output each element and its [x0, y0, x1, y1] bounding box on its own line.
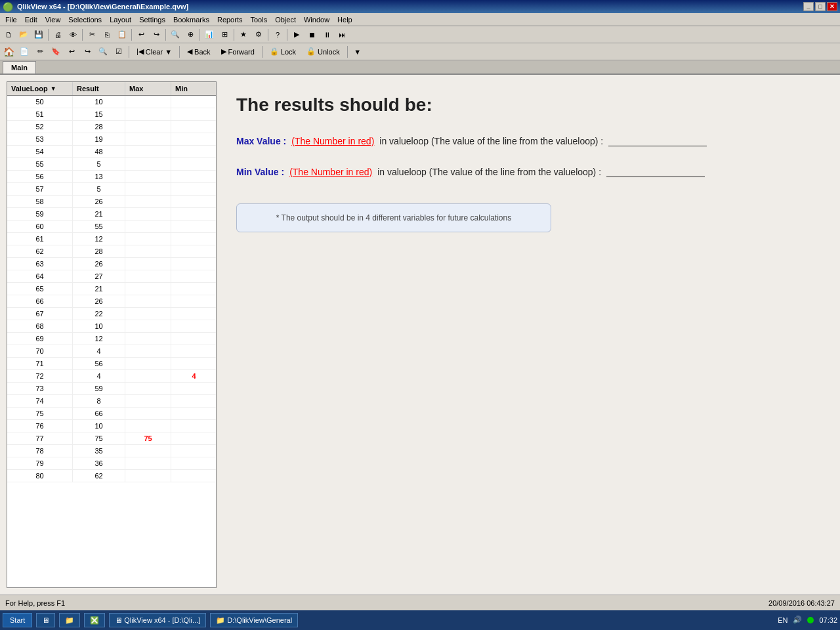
table-row[interactable]: 79 36	[7, 457, 216, 470]
menu-tools[interactable]: Tools	[246, 14, 271, 25]
menu-file[interactable]: File	[1, 14, 21, 25]
minimize-button[interactable]: _	[803, 2, 814, 11]
col-header-max[interactable]: Max	[125, 82, 171, 95]
tb-extra1[interactable]: ▶	[289, 28, 304, 42]
clear-dropdown-icon[interactable]: ▼	[165, 48, 172, 56]
lock-icon: 🔒	[270, 47, 279, 56]
table-row[interactable]: 78 35	[7, 445, 216, 457]
menu-edit[interactable]: Edit	[21, 14, 41, 25]
table-row[interactable]: 68 10	[7, 320, 216, 333]
menu-reports[interactable]: Reports	[213, 14, 247, 25]
table-row[interactable]: 70 4	[7, 345, 216, 358]
close-button[interactable]: ✕	[827, 2, 837, 11]
menu-bookmarks[interactable]: Bookmarks	[169, 14, 213, 25]
tb2-extra[interactable]: ▼	[350, 45, 365, 59]
table-row[interactable]: 57 5	[7, 183, 216, 196]
tb-settings2[interactable]: ⚙	[251, 28, 266, 42]
maximize-button[interactable]: □	[815, 2, 826, 11]
tb-search[interactable]: 🔍	[168, 28, 182, 42]
tb-table[interactable]: ⊞	[217, 28, 232, 42]
cell-min	[171, 108, 216, 120]
table-row[interactable]: 74 8	[7, 395, 216, 408]
table-row[interactable]: 71 56	[7, 358, 216, 370]
table-row[interactable]: 75 66	[7, 408, 216, 420]
tb2-icon1[interactable]: 🏠	[1, 45, 16, 59]
table-row[interactable]: 65 21	[7, 283, 216, 295]
taskbar-item-1[interactable]: 🖥	[36, 613, 55, 627]
tb-extra4[interactable]: ⏭	[335, 28, 349, 42]
unlock-label: Unlock	[318, 48, 340, 56]
table-row[interactable]: 50 10	[7, 96, 216, 108]
back-button[interactable]: ◀ Back	[182, 45, 215, 59]
table-row[interactable]: 63 26	[7, 258, 216, 270]
table-row[interactable]: 67 22	[7, 308, 216, 320]
table-row[interactable]: 53 19	[7, 133, 216, 146]
tb-extra3[interactable]: ⏸	[320, 28, 334, 42]
taskbar-item-folder[interactable]: 📁 D:\QlikView\General	[210, 613, 298, 627]
col-header-result[interactable]: Result	[73, 82, 125, 95]
tb-undo[interactable]: ↩	[134, 28, 148, 42]
table-row[interactable]: 76 10	[7, 420, 216, 432]
tb-preview[interactable]: 👁	[66, 28, 80, 42]
menu-help[interactable]: Help	[333, 14, 356, 25]
taskbar-item-3[interactable]: ❎	[84, 613, 105, 627]
forward-button[interactable]: ▶ Forward	[217, 45, 259, 59]
table-row[interactable]: 73 59	[7, 383, 216, 395]
menu-object[interactable]: Object	[271, 14, 300, 25]
menu-settings[interactable]: Settings	[135, 14, 169, 25]
tb-open[interactable]: 📂	[16, 28, 31, 42]
table-row[interactable]: 56 13	[7, 171, 216, 183]
tb2-icon8[interactable]: ☑	[112, 45, 126, 59]
tb2-icon5[interactable]: ↩	[64, 45, 79, 59]
table-row[interactable]: 55 5	[7, 158, 216, 171]
tb-extra2[interactable]: ⏹	[304, 28, 319, 42]
tb-redo[interactable]: ↪	[149, 28, 163, 42]
tb2-icon6[interactable]: ↪	[80, 45, 94, 59]
tb-chart[interactable]: 📊	[202, 28, 217, 42]
unlock-button[interactable]: 🔓 Unlock	[302, 45, 345, 59]
table-row[interactable]: 62 28	[7, 245, 216, 258]
lock-button[interactable]: 🔒 Lock	[265, 45, 301, 59]
max-label: Max Value :	[236, 136, 286, 146]
table-row[interactable]: 58 26	[7, 196, 216, 208]
taskbar-item-2[interactable]: 📁	[59, 613, 80, 627]
tb-print[interactable]: 🖨	[51, 28, 65, 42]
col-header-min[interactable]: Min	[171, 82, 217, 95]
table-row[interactable]: 80 62	[7, 470, 216, 482]
tb-zoom[interactable]: ⊕	[183, 28, 198, 42]
tb-new[interactable]: 🗋	[1, 28, 16, 42]
table-row[interactable]: 69 12	[7, 333, 216, 345]
col-header-valueloop[interactable]: ValueLoop ▼	[7, 82, 73, 95]
tb-paste[interactable]: 📋	[115, 28, 129, 42]
table-row[interactable]: 64 27	[7, 270, 216, 283]
tb2-icon7[interactable]: 🔍	[96, 45, 110, 59]
tb2-icon3[interactable]: ✏	[33, 45, 47, 59]
menu-view[interactable]: View	[41, 14, 65, 25]
table-row[interactable]: 52 28	[7, 121, 216, 133]
table-row[interactable]: 59 21	[7, 208, 216, 220]
menu-window[interactable]: Window	[300, 14, 333, 25]
table-row[interactable]: 61 12	[7, 233, 216, 245]
menu-layout[interactable]: Layout	[106, 14, 135, 25]
tb-help[interactable]: ?	[270, 28, 285, 42]
table-row[interactable]: 77 75 75	[7, 432, 216, 445]
table-row[interactable]: 72 4 4	[7, 370, 216, 383]
title-bar-controls[interactable]: _ □ ✕	[803, 2, 837, 11]
tb2-icon2[interactable]: 📄	[17, 45, 32, 59]
tab-main[interactable]: Main	[3, 61, 36, 74]
table-row[interactable]: 60 55	[7, 220, 216, 233]
tb-cut[interactable]: ✂	[85, 28, 99, 42]
taskbar-item-qlikview[interactable]: 🖥 QlikView x64 - [D:\Qli...]	[109, 613, 206, 627]
tb-copy[interactable]: ⎘	[100, 28, 114, 42]
cell-valueloop: 51	[7, 108, 73, 120]
menu-selections[interactable]: Selections	[64, 14, 106, 25]
table-row[interactable]: 66 26	[7, 295, 216, 308]
table-row[interactable]: 54 48	[7, 146, 216, 158]
tb2-icon4[interactable]: 🔖	[49, 45, 63, 59]
table-row[interactable]: 51 15	[7, 108, 216, 121]
clear-button[interactable]: |◀ Clear ▼	[132, 45, 177, 59]
tb-add[interactable]: ★	[236, 28, 251, 42]
tb-save[interactable]: 💾	[32, 28, 46, 42]
start-button[interactable]: Start	[3, 613, 32, 627]
info-text: * The output should be in 4 different va…	[276, 213, 511, 222]
